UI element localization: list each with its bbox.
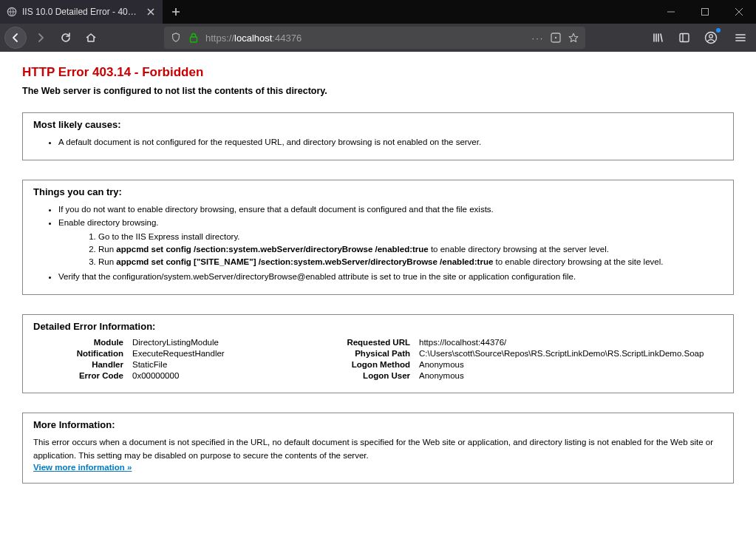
lock-icon xyxy=(188,32,200,44)
browser-tab[interactable]: IIS 10.0 Detailed Error - 403.14 - For xyxy=(0,0,163,24)
more-url-icon[interactable]: ··· xyxy=(532,32,544,44)
svg-rect-2 xyxy=(191,37,197,42)
detail-error-code: Error Code0x00000000 xyxy=(44,371,324,380)
library-button[interactable] xyxy=(647,27,669,49)
error-heading: HTTP Error 403.14 - Forbidden xyxy=(22,65,734,80)
page-content: HTTP Error 403.14 - Forbidden The Web se… xyxy=(0,52,756,516)
maximize-button[interactable] xyxy=(688,0,722,24)
svg-point-7 xyxy=(709,35,713,38)
details-panel: Detailed Error Information: ModuleDirect… xyxy=(22,314,734,393)
minimize-button[interactable] xyxy=(654,0,688,24)
forward-button[interactable] xyxy=(30,27,52,49)
try-step-2: Run appcmd set config /section:system.we… xyxy=(98,243,723,256)
url-bar[interactable]: https://localhost:44376 ··· xyxy=(164,27,585,49)
detail-requested-url: Requested URLhttps://localhost:44376/ xyxy=(324,338,704,347)
try-step-1: Go to the IIS Express install directory. xyxy=(98,231,723,243)
shield-icon xyxy=(170,32,182,44)
url-text: https://localhost:44376 xyxy=(205,33,526,44)
sidebar-button[interactable] xyxy=(673,27,695,49)
new-tab-button[interactable] xyxy=(166,1,186,22)
site-icon xyxy=(6,6,18,18)
window-controls xyxy=(654,0,756,24)
try-step-3: Run appcmd set config ["SITE_NAME"] /sec… xyxy=(98,256,723,268)
detail-logon-method: Logon MethodAnonymous xyxy=(324,360,704,369)
url-scheme: https:// xyxy=(205,33,234,44)
reload-button[interactable] xyxy=(55,27,77,49)
causes-panel: Most likely causes: A default document i… xyxy=(22,112,734,160)
try-bullet-3: Verify that the configuration/system.web… xyxy=(58,271,723,284)
svg-rect-5 xyxy=(680,34,689,42)
details-title: Detailed Error Information: xyxy=(33,321,723,332)
detail-handler: HandlerStaticFile xyxy=(44,360,324,369)
account-badge xyxy=(716,28,721,33)
reader-mode-icon[interactable] xyxy=(550,32,562,44)
causes-item: A default document is not configured for… xyxy=(58,136,723,149)
try-bullet-2: Enable directory browsing. Go to the IIS… xyxy=(58,217,723,268)
svg-rect-1 xyxy=(702,9,709,16)
more-info-title: More Information: xyxy=(33,419,723,430)
svg-point-4 xyxy=(555,37,556,38)
more-info-panel: More Information: This error occurs when… xyxy=(22,413,734,484)
urlbar-bookmark-icon[interactable] xyxy=(568,32,579,44)
error-subheading: The Web server is configured to not list… xyxy=(22,86,734,96)
try-bullet-1: If you do not want to enable directory b… xyxy=(58,203,723,217)
more-info-link[interactable]: View more information » xyxy=(33,463,132,472)
titlebar: IIS 10.0 Detailed Error - 403.14 - For xyxy=(0,0,756,24)
try-panel: Things you can try: If you do not want t… xyxy=(22,180,734,295)
url-host: localhost xyxy=(234,33,272,44)
menu-button[interactable] xyxy=(729,27,752,49)
url-port: :44376 xyxy=(272,33,302,44)
back-button[interactable] xyxy=(4,27,27,49)
detail-physical-path: Physical PathC:\Users\scott\Source\Repos… xyxy=(324,349,704,358)
window-close-button[interactable] xyxy=(722,0,756,24)
try-bullet-2-text: Enable directory browsing. xyxy=(58,218,159,227)
home-button[interactable] xyxy=(80,27,102,49)
detail-notification: NotificationExecuteRequestHandler xyxy=(44,349,324,358)
tab-close-icon[interactable] xyxy=(145,6,157,18)
more-info-text: This error occurs when a document is not… xyxy=(33,436,723,462)
try-title: Things you can try: xyxy=(33,186,723,197)
tab-title: IIS 10.0 Detailed Error - 403.14 - For xyxy=(22,7,140,17)
detail-logon-user: Logon UserAnonymous xyxy=(324,371,704,380)
causes-title: Most likely causes: xyxy=(33,119,723,130)
navbar: https://localhost:44376 ··· xyxy=(0,24,756,52)
account-button[interactable] xyxy=(700,27,722,49)
detail-module: ModuleDirectoryListingModule xyxy=(44,338,324,347)
